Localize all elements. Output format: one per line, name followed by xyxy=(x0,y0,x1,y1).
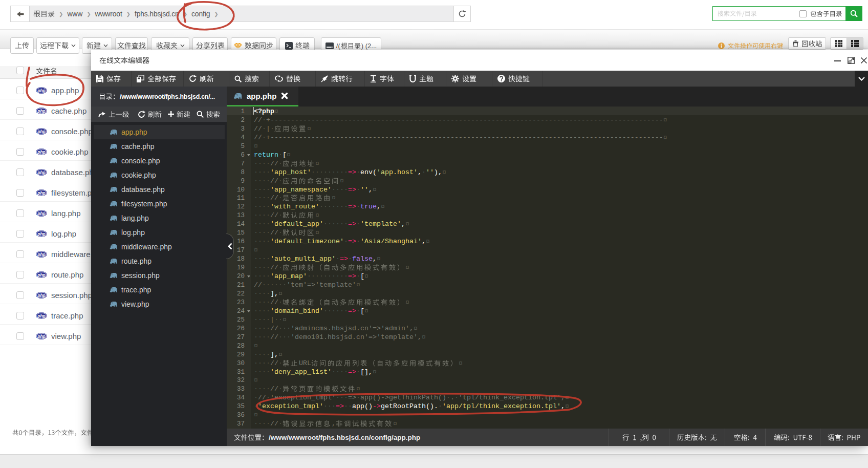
svg-text:php: php xyxy=(37,333,46,338)
svg-text:php: php xyxy=(37,169,46,175)
svg-text:php: php xyxy=(37,251,46,257)
svg-text:php: php xyxy=(37,231,46,236)
svg-text:php: php xyxy=(37,108,46,113)
svg-text:php: php xyxy=(37,313,46,318)
svg-text:php: php xyxy=(37,88,46,93)
svg-text:php: php xyxy=(37,292,46,297)
svg-text:php: php xyxy=(37,129,46,134)
svg-text:php: php xyxy=(37,190,46,195)
svg-text:php: php xyxy=(37,210,46,216)
svg-text:php: php xyxy=(37,272,46,277)
svg-text:php: php xyxy=(37,149,46,154)
